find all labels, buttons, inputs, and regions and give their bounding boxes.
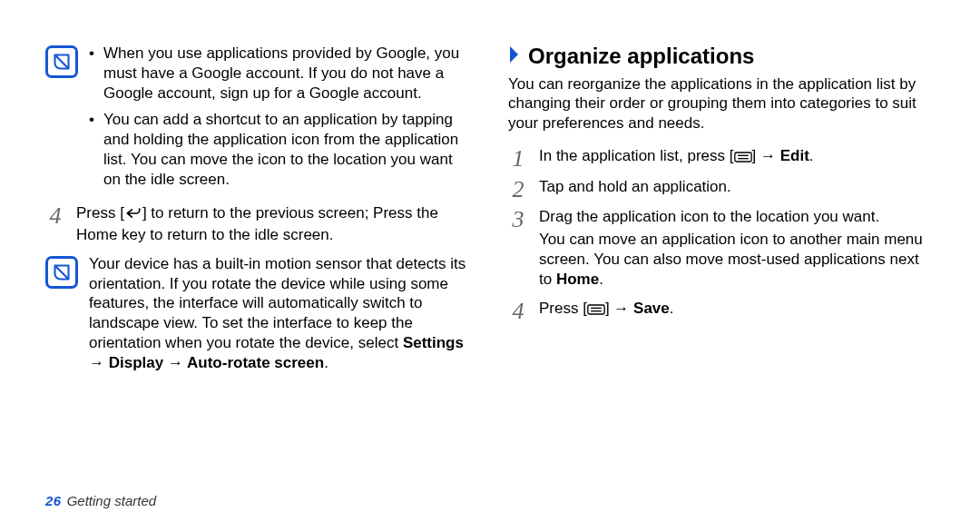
- note2-suffix: .: [324, 354, 328, 371]
- s2-text: Tap and hold an application.: [539, 177, 935, 197]
- step-body: In the application list, press [] → Edit…: [539, 146, 935, 172]
- s1-bold: Edit: [780, 147, 809, 164]
- step-number: 4: [45, 203, 65, 228]
- manual-page: When you use applications provided by Go…: [0, 0, 980, 532]
- footer-section: Getting started: [67, 493, 156, 508]
- note-icon: [45, 45, 78, 78]
- left-step-4: 4 Press [] to return to the previous scr…: [45, 203, 472, 249]
- right-column: Organize applications You can reorganize…: [508, 44, 935, 379]
- step4-prefix: Press [: [76, 204, 124, 222]
- page-number: 26: [45, 493, 67, 508]
- heading-text: Organize applications: [528, 44, 754, 69]
- menu-key-icon: [587, 300, 605, 320]
- page-footer: 26 Getting started: [45, 493, 156, 508]
- s1-mid: ] →: [752, 147, 780, 164]
- step-number: 3: [508, 207, 528, 232]
- note-block-2: Your device has a built-in motion sensor…: [45, 254, 472, 373]
- menu-key-icon: [734, 148, 752, 168]
- left-column: When you use applications provided by Go…: [45, 44, 472, 379]
- step-body: Drag the application icon to the locatio…: [539, 207, 935, 293]
- section-intro: You can reorganize the applications in t…: [508, 74, 935, 133]
- step-number: 2: [508, 177, 528, 202]
- s4-bold: Save: [633, 300, 670, 317]
- right-step-1: 1 In the application list, press [] → Ed…: [508, 146, 935, 172]
- section-heading: Organize applications: [508, 44, 935, 69]
- right-step-3: 3 Drag the application icon to the locat…: [508, 207, 935, 293]
- right-step-2: 2 Tap and hold an application.: [508, 177, 935, 202]
- note1-bullet-1: When you use applications provided by Go…: [89, 44, 472, 103]
- svg-rect-3: [588, 305, 604, 314]
- chevron-right-icon: [508, 44, 521, 69]
- s4-pre: Press [: [539, 300, 587, 317]
- note-icon: [45, 256, 78, 289]
- step-body: Press [] to return to the previous scree…: [76, 203, 472, 249]
- note-body-2: Your device has a built-in motion sensor…: [89, 254, 472, 373]
- note1-bullet-2: You can add a shortcut to an application…: [89, 110, 472, 189]
- s4-mid: ] →: [605, 300, 633, 317]
- note-body-1: When you use applications provided by Go…: [89, 44, 472, 196]
- s3-line2-suffix: .: [599, 271, 603, 288]
- s3-line2-bold: Home: [556, 271, 599, 288]
- step-number: 1: [508, 146, 528, 171]
- step-number: 4: [508, 299, 528, 323]
- s3-line1: Drag the application icon to the locatio…: [539, 207, 935, 227]
- s1-suffix: .: [809, 147, 814, 164]
- back-key-icon: [124, 205, 142, 225]
- svg-rect-0: [734, 153, 750, 162]
- two-column-layout: When you use applications provided by Go…: [45, 44, 935, 379]
- note-block-1: When you use applications provided by Go…: [45, 44, 472, 196]
- s1-pre: In the application list, press [: [539, 147, 734, 164]
- right-step-4: 4 Press [] → Save.: [508, 299, 935, 324]
- step-body: Press [] → Save.: [539, 299, 935, 324]
- step-body: Tap and hold an application.: [539, 177, 935, 201]
- s4-suffix: .: [670, 300, 674, 317]
